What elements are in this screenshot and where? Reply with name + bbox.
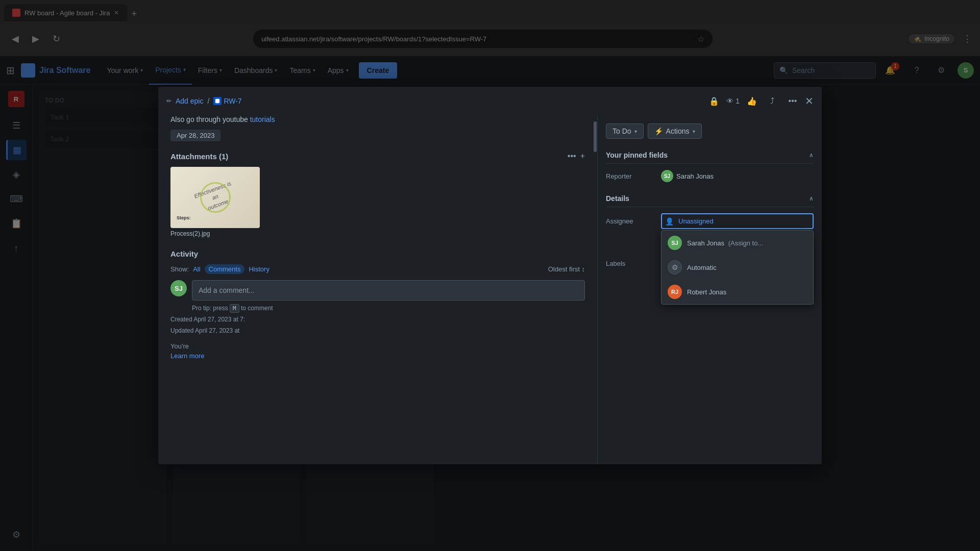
status-label: To Do (612, 127, 631, 135)
breadcrumb: ✏ Add epic / RW-7 (166, 97, 702, 105)
reporter-field: Reporter SJ Sarah Jonas (606, 170, 814, 182)
comment-input-row: SJ Add a comment... (170, 280, 585, 300)
pro-tip: Pro tip: press M to comment (170, 305, 585, 312)
automatic-label: Automatic (687, 264, 717, 271)
main-scrollbar[interactable] (593, 115, 597, 464)
dropdown-robert-jonas[interactable]: RJ Robert Jonas (662, 280, 813, 304)
watch-count: 1 (736, 97, 740, 105)
content-text: Also go through youtube tutorials (170, 115, 585, 123)
assignee-label: Assignee (606, 217, 657, 225)
more-options-button[interactable]: ••• (785, 93, 801, 109)
activity-section: Activity Show: All Comments History Olde… (170, 249, 585, 360)
issue-modal: ✏ Add epic / RW-7 🔒 👁 1 👍 ⤴ ••• (158, 87, 822, 464)
attachment-add-icon[interactable]: + (580, 152, 585, 161)
attachment-circle-decoration (200, 182, 231, 213)
assignee-input-wrap: 👤 SJ Sarah Jonas (Assign to... (661, 213, 814, 229)
sarah-name: Sarah Jonas (Assign to... (687, 239, 763, 247)
automatic-icon: ⚙ (668, 260, 682, 274)
status-dropdown-arrow: ▾ (634, 129, 637, 134)
edit-icon: ✏ (166, 97, 172, 105)
sort-order-button[interactable]: Oldest first ↕ (548, 265, 585, 273)
dropdown-sarah-jonas[interactable]: SJ Sarah Jonas (Assign to... (662, 231, 813, 255)
show-all-button[interactable]: All (193, 265, 200, 273)
activity-title: Activity (170, 249, 585, 258)
sarah-avatar: SJ (668, 236, 682, 250)
attachments-title: Attachments (1) (170, 152, 228, 161)
details-chevron-icon: ∧ (809, 195, 814, 202)
attachment-filename: Process(2).jpg (170, 230, 260, 237)
share-button[interactable]: ⤴ (764, 93, 780, 109)
show-history-button[interactable]: History (249, 265, 269, 273)
lock-button[interactable]: 🔒 (706, 93, 722, 109)
attachment-item[interactable]: Effectiveness is anoutcome Steps: Proces… (170, 167, 260, 237)
pinned-fields-header[interactable]: Your pinned fields ∧ (606, 147, 814, 164)
modal-overlay: ✏ Add epic / RW-7 🔒 👁 1 👍 ⤴ ••• (0, 0, 980, 551)
dropdown-automatic[interactable]: ⚙ Automatic (662, 255, 813, 280)
reporter-name: Sarah Jonas (676, 172, 714, 180)
created-info: Created April 27, 2023 at 7: (170, 316, 585, 323)
robert-name: Robert Jonas (687, 288, 726, 296)
comment-input[interactable]: Add a comment... (192, 280, 585, 300)
modal-body: Also go through youtube tutorials Apr 28… (158, 115, 822, 464)
pinned-fields-title: Your pinned fields (606, 151, 668, 159)
date-chip: Apr 28, 2023 (170, 130, 220, 141)
learn-more-link[interactable]: Learn more (170, 352, 585, 360)
reporter-label: Reporter (606, 172, 657, 180)
issue-type-icon (213, 97, 222, 105)
commenter-avatar: SJ (170, 280, 187, 296)
labels-label: Labels (606, 260, 657, 267)
breadcrumb-separator: / (207, 97, 209, 105)
tutorials-link[interactable]: tutorials (250, 115, 275, 123)
actions-button[interactable]: ⚡ Actions ▾ (648, 123, 702, 139)
attachment-more-icon[interactable]: ••• (568, 152, 576, 161)
watch-button[interactable]: 👁 1 (726, 97, 740, 105)
assignee-field: Assignee 👤 SJ Sarah Jonas (606, 213, 814, 229)
eye-icon: 👁 (726, 97, 733, 105)
add-epic-link[interactable]: Add epic (176, 97, 203, 105)
pinned-fields-chevron-icon: ∧ (809, 152, 814, 159)
attachment-actions: ••• + (568, 152, 585, 161)
details-header[interactable]: Details ∧ (606, 190, 814, 207)
robert-avatar: RJ (668, 285, 682, 299)
close-modal-button[interactable]: ✕ (805, 95, 814, 107)
reporter-avatar: SJ (661, 170, 673, 182)
status-button[interactable]: To Do ▾ (606, 123, 644, 139)
actions-label: Actions (666, 127, 690, 135)
svg-rect-0 (215, 99, 219, 103)
show-label: Show: (170, 265, 189, 273)
reporter-value: SJ Sarah Jonas (661, 170, 714, 182)
like-button[interactable]: 👍 (744, 93, 760, 109)
details-section: Details ∧ Assignee 👤 (606, 190, 814, 267)
attachment-steps-text: Steps: (177, 215, 191, 220)
assignee-dropdown: SJ Sarah Jonas (Assign to... ⚙ Automatic (661, 230, 814, 305)
you-footer: You're (170, 342, 585, 350)
assignee-person-icon: 👤 (665, 217, 674, 226)
modal-main-content: Also go through youtube tutorials Apr 28… (158, 115, 593, 464)
modal-header: ✏ Add epic / RW-7 🔒 👁 1 👍 ⤴ ••• (158, 87, 822, 115)
activity-filter-row: Show: All Comments History Oldest first … (170, 264, 585, 274)
modal-toolbar: 🔒 👁 1 👍 ⤴ ••• ✕ (706, 93, 814, 109)
scroll-thumb (594, 121, 597, 152)
status-actions-row: To Do ▾ ⚡ Actions ▾ (606, 123, 814, 139)
updated-info: Updated April 27, 2023 at (170, 327, 585, 334)
lightning-icon: ⚡ (654, 127, 663, 135)
details-title: Details (606, 194, 629, 203)
show-comments-button[interactable]: Comments (205, 264, 245, 274)
actions-dropdown-arrow: ▾ (693, 129, 695, 134)
comment-placeholder: Add a comment... (199, 286, 255, 294)
pinned-fields-section: Your pinned fields ∧ Reporter SJ Sarah J… (606, 147, 814, 182)
right-panel: To Do ▾ ⚡ Actions ▾ Your pinned fields ∧ (597, 115, 822, 464)
assignee-input[interactable] (661, 213, 814, 229)
keyboard-shortcut-badge: M (230, 304, 239, 313)
attachments-grid: Effectiveness is anoutcome Steps: Proces… (170, 167, 585, 237)
issue-key: RW-7 (224, 97, 241, 105)
issue-key-badge: RW-7 (213, 97, 241, 105)
attachments-section-header: Attachments (1) ••• + (170, 152, 585, 161)
sarah-suffix: (Assign to... (728, 239, 764, 247)
